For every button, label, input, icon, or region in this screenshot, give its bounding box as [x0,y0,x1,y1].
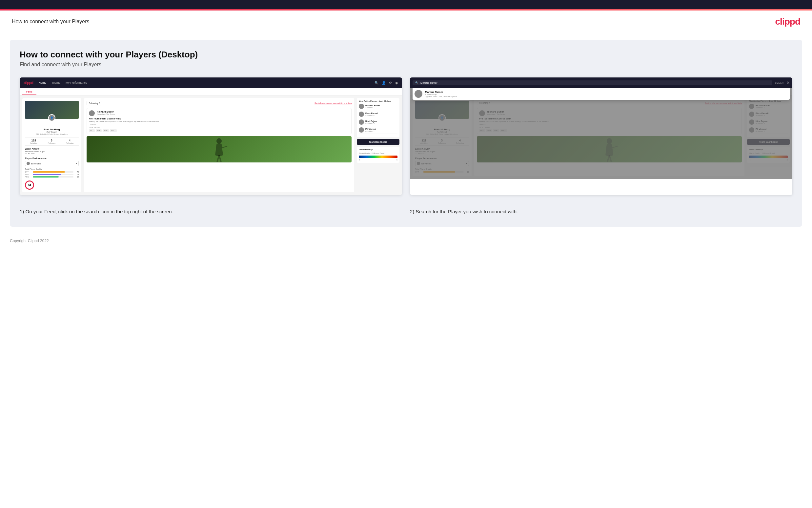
activity-title: Pre Tournament Course Walk [89,118,349,120]
screenshots-row: clippd Home Teams My Performance 🔍 👤 ⚙ ◉… [20,78,792,195]
heatmap-labels: -5 +5 [359,159,397,161]
player1-avatar [359,104,364,109]
heatmap-bar [359,156,397,158]
svg-point-0 [217,138,222,144]
search-icon-small: 🔍 [415,81,419,84]
avatar-icon[interactable]: ◉ [395,81,398,85]
score-circle: 84 [25,180,34,190]
player3-name: Hiral Pujara [365,120,377,122]
tag-arg: ARG [103,129,109,132]
app-bar [33,174,61,175]
caption-row: 1) On your Feed, click on the search ico… [20,203,792,217]
active-players-title: Most Active Players - Last 30 days [359,100,397,102]
player1-name: Richard Butler [365,104,380,107]
player-list-item: Richard Butler Activities: 7 [359,104,397,110]
player-select-avatar [27,162,30,165]
user-icon[interactable]: 👤 [382,81,386,85]
profile-name: Blair McHarg [25,128,79,131]
top-bar [0,0,812,9]
tpq-row-arg: ARG 64 [25,176,79,178]
svg-line-2 [219,155,221,162]
app-body-1: 👤 Blair McHarg Golf Coach Mill Ride Golf… [20,95,402,195]
player2-name: Piers Parnell [365,112,378,115]
control-link[interactable]: Control who can see your activity and da… [315,102,351,104]
following-row: Following ▾ Control who can see your act… [87,101,351,105]
player3-acts: Activities: 3 [365,122,377,124]
latest-activity-label: Latest Activity [25,148,79,150]
player-select[interactable]: Eli Vincent ▾ [25,161,79,166]
profile-pic-area: 👤 [25,101,79,119]
result-club: Cypress Point Club, United Kingdom [425,95,457,97]
result-avatar [415,90,422,98]
latest-activity-date: 27 Jul 2022 [25,153,79,155]
nav-teams[interactable]: Teams [51,81,60,84]
tpq-row-ott: OTT 79 [25,171,79,173]
team-dashboard-button[interactable]: Team Dashboard [357,139,399,145]
stat-following: 4 Following [66,139,74,144]
caption-1: 1) On your Feed, click on the search ico… [20,203,402,217]
search-bar: 🔍 Marcus Turner CLEAR ✕ [410,78,792,88]
activity-duration: Duration [89,123,349,125]
player2-avatar [359,112,364,117]
player-performance-label: Player Performance [25,157,79,160]
player4-avatar [359,127,364,133]
search-result-dropdown[interactable]: Marcus Turner 1.5 Handicap Cypress Point… [413,88,790,100]
nav-home[interactable]: Home [38,81,46,84]
tpq-label: Total Player Quality [25,168,79,170]
caption-2: 2) Search for the Player you wish to con… [410,203,792,217]
profile-club: Mill Ride Golf Club, United Kingdom [25,133,79,135]
activity-tags: OTT APP ARG PUTT [89,129,349,132]
profile-avatar: 👤 [48,114,55,121]
settings-icon[interactable]: ⚙ [389,81,392,85]
app-nav-1: clippd Home Teams My Performance 🔍 👤 ⚙ ◉ [20,78,402,88]
close-button[interactable]: ✕ [786,80,790,85]
search-query-text[interactable]: Marcus Turner [420,81,437,84]
nav-my-performance[interactable]: My Performance [65,81,87,84]
golfer-svg [209,137,229,162]
profile-stats: 129 Activities 3 Followers 4 Following [25,137,79,146]
feed-tab[interactable]: Feed [22,89,36,95]
arg-bar [33,176,59,177]
activity-time: 02 hr : 00 min [89,126,349,128]
team-heatmap-panel: Team Heatmap Player Quality · 20 Round T… [357,147,399,163]
active-players-panel: Most Active Players - Last 30 days Richa… [357,98,399,137]
team-heatmap-title: Team Heatmap [359,149,397,151]
result-name: Marcus Turner [425,91,457,93]
player-select-name: Eli Vincent [31,162,41,165]
golf-image [87,136,351,162]
player1-acts: Activities: 7 [365,107,380,109]
activity-user-name: Richard Butler [97,110,349,113]
player4-name: Eli Vincent [365,128,376,130]
nav-logo-1: clippd [23,81,33,85]
clippd-logo: clippd [775,16,800,27]
footer-text: Copyright Clippd 2022 [10,239,49,243]
tpq-row-app: APP 70 [25,174,79,176]
following-button[interactable]: Following ▾ [87,101,102,105]
player-list-item: Hiral Pujara Activities: 3 [359,120,397,126]
activity-card: Richard Butler Yesterday · The Grove Pre… [87,108,351,134]
player-select-arrow: ▾ [76,162,77,165]
page-header: How to connect with your Players clippd [0,10,812,33]
main-subheading: Find and connect with your Players [20,62,792,68]
activity-user-meta: Yesterday · The Grove [97,113,349,115]
activity-info: Richard Butler Yesterday · The Grove [97,110,349,116]
screenshot-1: clippd Home Teams My Performance 🔍 👤 ⚙ ◉… [20,78,402,195]
page-title: How to connect with your Players [12,19,90,25]
clear-button[interactable]: CLEAR [775,82,784,84]
search-icon[interactable]: 🔍 [375,81,378,85]
ott-bar [33,171,65,173]
app-mockup-2: 🔍 Marcus Turner CLEAR ✕ Marcus Turner 1.… [410,78,792,179]
activity-avatar [89,110,95,116]
stat-activities: 129 Activities [30,139,37,144]
result-info: Marcus Turner 1.5 Handicap Cypress Point… [425,91,457,97]
player-list-item: Piers Parnell Activities: 4 [359,112,397,118]
player4-acts: Activities: 1 [365,130,376,132]
tag-app: APP [96,129,102,132]
tag-putt: PUTT [110,129,117,132]
team-heatmap-subtitle: Player Quality · 20 Round Trend [359,152,397,154]
profile-role: Golf Coach [25,131,79,133]
profile-panel: 👤 Blair McHarg Golf Coach Mill Ride Golf… [22,98,81,192]
nav-right: 🔍 👤 ⚙ ◉ [375,81,398,85]
svg-line-3 [222,146,227,148]
tag-ott: OTT [89,129,95,132]
